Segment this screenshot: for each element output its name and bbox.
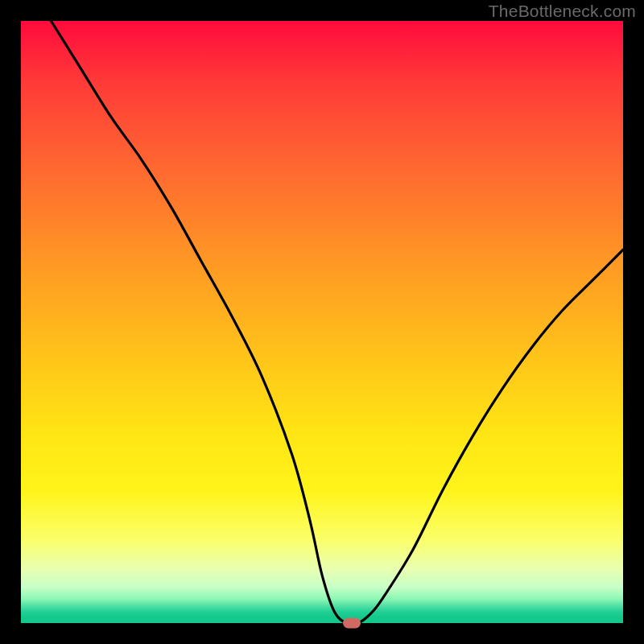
optimal-marker bbox=[343, 618, 361, 629]
plot-area bbox=[21, 21, 623, 623]
chart-frame: TheBottleneck.com bbox=[0, 0, 644, 644]
bottleneck-curve bbox=[21, 21, 623, 623]
watermark-text: TheBottleneck.com bbox=[489, 2, 636, 21]
